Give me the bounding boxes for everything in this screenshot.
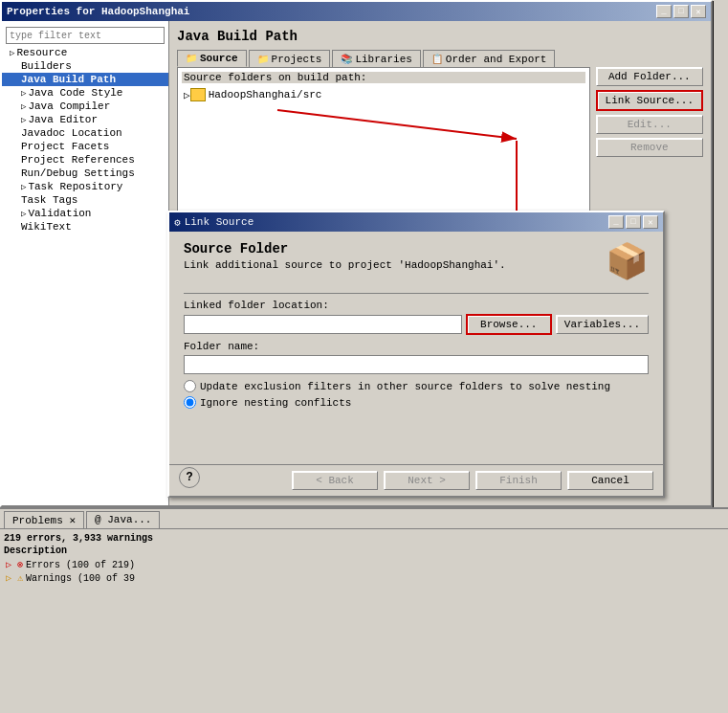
tab-projects-label: Projects (272, 54, 322, 65)
radio-update[interactable] (184, 380, 196, 392)
sidebar-item-task-repo[interactable]: ▷ Task Repository (2, 180, 168, 193)
tab-order-label: Order and Export (446, 54, 547, 65)
cancel-button[interactable]: Cancel (567, 471, 653, 490)
close-button[interactable]: ✕ (691, 5, 706, 18)
folder-name-input[interactable] (184, 355, 649, 374)
dialog-help-button[interactable]: ? (179, 467, 200, 488)
tab-order-export[interactable]: 📋 Order and Export (423, 50, 556, 67)
radio-ignore-label: Ignore nesting conflicts (200, 397, 351, 409)
radio-update-label: Update exclusion filters in other source… (200, 381, 610, 392)
dialog-heading: Source Folder (184, 241, 506, 256)
dialog-header: Source Folder Link additional source to … (184, 241, 649, 283)
filter-input[interactable] (6, 27, 165, 44)
radio-ignore[interactable] (184, 396, 196, 409)
source-tab-icon: 📁 (186, 53, 197, 64)
link-source-button[interactable]: Link Source... (596, 90, 703, 111)
sidebar-item-run-debug[interactable]: Run/Debug Settings (2, 167, 168, 180)
dialog-divider (184, 293, 649, 294)
problems-summary: 219 errors, 3,933 warnings (4, 533, 724, 544)
radio-ignore-row: Ignore nesting conflicts (184, 396, 649, 409)
dialog-footer: ? < Back Next > Finish Cancel (169, 464, 663, 496)
tab-source-label: Source (200, 53, 238, 64)
problems-col-header: Description (4, 546, 724, 556)
tab-java[interactable]: @ Java... (86, 511, 160, 528)
maximize-button[interactable]: □ (673, 5, 689, 18)
warnings-row[interactable]: ▷ ⚠ Warnings (100 of 39 (4, 571, 724, 585)
linked-folder-label: Linked folder location: (184, 300, 649, 311)
bottom-panel: Problems ✕ @ Java... 219 errors, 3,933 w… (0, 507, 728, 713)
errors-row[interactable]: ▷ ⊗ Errors (100 of 219) (4, 558, 724, 571)
next-button[interactable]: Next > (384, 471, 470, 490)
libraries-tab-icon: 📚 (341, 54, 352, 65)
minimize-button[interactable]: _ (656, 5, 672, 18)
finish-button[interactable]: Finish (475, 471, 562, 490)
dialog-content: Source Folder Link additional source to … (169, 232, 663, 422)
source-tree-item[interactable]: ▷ HadoopShanghai/src (182, 87, 585, 102)
expand-src-icon: ▷ (184, 89, 190, 101)
sidebar: ▷ Resource Builders Java Build Path ▷ Ja… (2, 21, 169, 505)
source-panel-label: Source folders on build path: (182, 72, 585, 83)
warnings-label: Warnings (100 of 39 (26, 573, 135, 584)
tab-source[interactable]: 📁 Source (177, 50, 247, 67)
dialog-title-text: Link Source (185, 216, 608, 228)
sidebar-item-project-refs[interactable]: Project References (2, 153, 168, 167)
problems-content: 219 errors, 3,933 warnings Description ▷… (0, 529, 728, 589)
folder-icon (190, 88, 206, 101)
edit-button[interactable]: Edit... (596, 115, 703, 134)
error-expand-icon: ▷ ⊗ (6, 559, 23, 570)
sidebar-item-task-tags[interactable]: Task Tags (2, 193, 168, 207)
sidebar-item-builders[interactable]: Builders (2, 59, 168, 73)
bottom-tabs: Problems ✕ @ Java... (0, 509, 728, 529)
warning-expand-icon: ▷ ⚠ (6, 572, 23, 584)
order-tab-icon: 📋 (431, 54, 443, 65)
expand-icon: ▷ (10, 48, 14, 58)
linked-folder-input[interactable] (184, 315, 462, 334)
content-title: Java Build Path (177, 29, 703, 44)
tab-libraries-label: Libraries (355, 54, 411, 65)
sidebar-item-java-code-style[interactable]: ▷ Java Code Style (2, 86, 168, 100)
folder-name-label: Folder name: (184, 341, 649, 352)
dialog-folder-icon: 📦 (606, 241, 649, 283)
sidebar-item-validation[interactable]: ▷ Validation (2, 207, 168, 220)
radio-update-row: Update exclusion filters in other source… (184, 380, 649, 392)
dialog-close[interactable]: ✕ (643, 215, 658, 229)
expand-icon-compiler: ▷ (21, 101, 26, 112)
sidebar-item-project-facets[interactable]: Project Facets (2, 140, 168, 153)
expand-icon-task-repo: ▷ (21, 182, 26, 192)
main-title-bar: Properties for HadoopShanghai _ □ ✕ (2, 2, 711, 21)
sidebar-item-java-editor[interactable]: ▷ Java Editor (2, 113, 168, 126)
folder-name-row (184, 355, 649, 374)
tab-projects[interactable]: 📁 Projects (249, 50, 331, 67)
sidebar-item-javadoc[interactable]: Javadoc Location (2, 126, 168, 140)
sidebar-item-resource[interactable]: ▷ Resource (2, 46, 168, 59)
expand-icon-code-style: ▷ (21, 88, 26, 99)
projects-tab-icon: 📁 (257, 54, 269, 65)
expand-icon-validation: ▷ (21, 209, 26, 219)
add-folder-button[interactable]: Add Folder... (596, 67, 703, 86)
dialog-title-icon: ⚙ (174, 216, 181, 229)
expand-icon-editor: ▷ (21, 115, 26, 125)
tabs-row: 📁 Source 📁 Projects 📚 Libraries 📋 Order … (177, 50, 703, 67)
sidebar-item-java-compiler[interactable]: ▷ Java Compiler (2, 100, 168, 113)
main-window-title: Properties for HadoopShanghai (7, 6, 189, 17)
linked-folder-row: Browse... Variables... (184, 314, 649, 335)
sidebar-item-wikitext[interactable]: WikiText (2, 220, 168, 234)
dialog-title-bar: ⚙ Link Source _ □ ✕ (169, 212, 663, 232)
browse-button[interactable]: Browse... (466, 314, 552, 335)
link-source-dialog: ⚙ Link Source _ □ ✕ Source Folder Link a… (167, 211, 665, 498)
tab-problems[interactable]: Problems ✕ (4, 511, 84, 528)
sidebar-item-java-build-path[interactable]: Java Build Path (2, 73, 168, 86)
back-button[interactable]: < Back (292, 471, 378, 490)
source-path: HadoopShanghai/src (209, 89, 322, 100)
tab-libraries[interactable]: 📚 Libraries (332, 50, 420, 67)
window-controls: _ □ ✕ (656, 5, 706, 18)
dialog-subtext: Link additional source to project 'Hadoo… (184, 259, 506, 271)
variables-button[interactable]: Variables... (556, 315, 649, 334)
remove-button[interactable]: Remove (596, 138, 703, 157)
dialog-maximize[interactable]: □ (626, 215, 641, 229)
errors-label: Errors (100 of 219) (26, 560, 135, 570)
dialog-minimize[interactable]: _ (608, 215, 624, 229)
